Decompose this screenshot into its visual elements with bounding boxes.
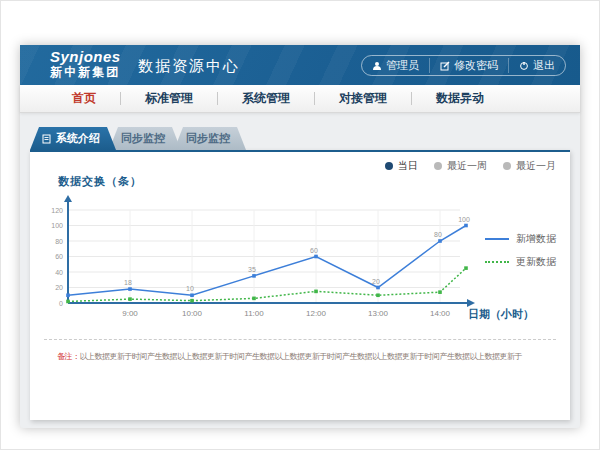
tab-system-intro-label: 系统介绍: [56, 131, 100, 146]
page-title: 数据资源中心: [138, 57, 240, 76]
change-password-label: 修改密码: [454, 58, 498, 73]
user-menu: 管理员 修改密码 退出: [361, 55, 566, 76]
document-icon: [42, 134, 51, 144]
svg-text:10:00: 10:00: [182, 309, 203, 318]
chart-legend: 新增数据 更新数据: [485, 232, 556, 269]
legend-updated-data-label: 更新数据: [516, 255, 556, 269]
svg-text:20: 20: [372, 278, 380, 285]
tab-sync-monitor-2-label: 同步监控: [186, 131, 230, 146]
svg-text:80: 80: [434, 231, 442, 238]
svg-text:12:00: 12:00: [306, 309, 327, 318]
main-nav: 首页 标准管理 系统管理 对接管理 数据异动: [20, 85, 580, 113]
chart-panel: 当日 最近一周 最近一月 数据交换（条） 0204060801001209:00…: [30, 150, 570, 420]
logout-button[interactable]: 退出: [508, 58, 565, 73]
svg-text:40: 40: [55, 269, 63, 276]
brand-company: 新中新集团: [50, 65, 121, 79]
svg-text:14:00: 14:00: [430, 309, 451, 318]
tab-sync-monitor-1[interactable]: 同步监控: [109, 127, 181, 150]
svg-text:80: 80: [55, 238, 63, 245]
footnote-prefix: 备注：: [57, 352, 80, 361]
svg-text:0: 0: [59, 300, 63, 307]
svg-text:60: 60: [310, 247, 318, 254]
radio-last-month-label: 最近一月: [516, 159, 556, 173]
tab-system-intro[interactable]: 系统介绍: [30, 127, 116, 150]
power-icon: [519, 61, 529, 71]
change-password-button[interactable]: 修改密码: [429, 58, 508, 73]
x-axis-title: 日期（小时）: [468, 307, 534, 322]
dashed-divider: [44, 339, 556, 340]
radio-today[interactable]: 当日: [385, 159, 418, 173]
solid-line-swatch: [485, 238, 509, 240]
logout-label: 退出: [533, 58, 555, 73]
edit-icon: [440, 61, 450, 71]
legend-new-data-label: 新增数据: [516, 232, 556, 246]
svg-text:10: 10: [186, 285, 194, 292]
svg-text:20: 20: [55, 284, 63, 291]
brand-name: Synjones: [50, 49, 121, 65]
svg-text:60: 60: [55, 253, 63, 260]
radio-last-week[interactable]: 最近一周: [434, 159, 487, 173]
svg-text:120: 120: [51, 207, 63, 214]
nav-item-data-change[interactable]: 数据异动: [412, 90, 508, 107]
radio-dot: [434, 162, 442, 170]
header: Synjones 新中新集团 数据资源中心 管理员 修改密码: [20, 45, 580, 85]
legend-updated-data: 更新数据: [485, 255, 556, 269]
nav-item-home[interactable]: 首页: [48, 90, 120, 107]
tab-bar: 系统介绍 同步监控 同步监控: [30, 127, 246, 150]
admin-user-label: 管理员: [386, 58, 419, 73]
svg-text:18: 18: [124, 279, 132, 286]
time-range-filter: 当日 最近一周 最近一月: [385, 159, 556, 173]
dotted-line-swatch: [485, 261, 509, 263]
nav-item-integration-management[interactable]: 对接管理: [315, 90, 411, 107]
radio-dot: [503, 162, 511, 170]
y-axis-title: 数据交换（条）: [58, 174, 142, 189]
svg-text:9:00: 9:00: [122, 309, 138, 318]
radio-last-week-label: 最近一周: [447, 159, 487, 173]
app-window: Synjones 新中新集团 数据资源中心 管理员 修改密码: [20, 45, 580, 428]
svg-text:100: 100: [458, 216, 470, 223]
nav-item-system-management[interactable]: 系统管理: [218, 90, 314, 107]
svg-text:100: 100: [51, 222, 63, 229]
line-chart: 0204060801001209:0010:0011:0012:0013:001…: [48, 194, 480, 324]
admin-user-button[interactable]: 管理员: [362, 58, 429, 73]
user-icon: [372, 61, 382, 71]
tab-sync-monitor-2[interactable]: 同步监控: [174, 127, 246, 150]
brand-logo: Synjones 新中新集团: [50, 49, 121, 79]
footnote: 备注：以上数据更新于时间产生数据以上数据更新于时间产生数据以上数据更新于时间产生…: [57, 351, 554, 362]
svg-text:11:00: 11:00: [244, 309, 264, 318]
radio-today-label: 当日: [398, 159, 418, 173]
svg-text:13:00: 13:00: [368, 309, 389, 318]
radio-dot: [385, 162, 393, 170]
content-area: 系统介绍 同步监控 同步监控 当日 最近一周: [20, 113, 580, 428]
legend-new-data: 新增数据: [485, 232, 556, 246]
tab-sync-monitor-1-label: 同步监控: [121, 131, 165, 146]
footnote-text: 以上数据更新于时间产生数据以上数据更新于时间产生数据以上数据更新于时间产生数据以…: [80, 352, 523, 361]
radio-last-month[interactable]: 最近一月: [503, 159, 556, 173]
nav-item-standard-management[interactable]: 标准管理: [121, 90, 217, 107]
svg-text:35: 35: [248, 266, 256, 273]
chart-container: 0204060801001209:0010:0011:0012:0013:001…: [48, 194, 480, 324]
